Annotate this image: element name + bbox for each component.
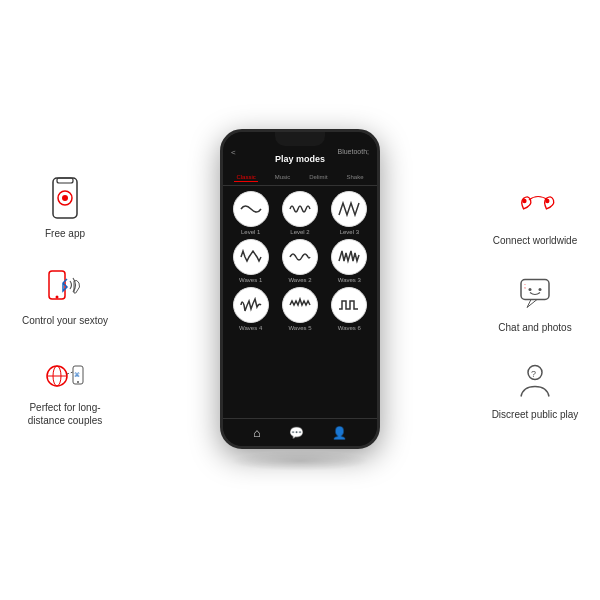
mode-level3-circle — [331, 191, 367, 227]
phone-wrapper: < Play modes Bluetooth; Classic Music De… — [220, 129, 380, 471]
feature-discreet-play: ? Discreet public play — [485, 354, 585, 421]
mode-waves2-label: Waves 2 — [288, 277, 311, 283]
back-button[interactable]: < — [231, 148, 236, 157]
mode-waves2-circle — [282, 239, 318, 275]
connect-worldwide-label: Connect worldwide — [493, 234, 578, 247]
svg-point-17 — [539, 288, 542, 291]
control-sextoy-icon — [40, 260, 90, 310]
svg-text:;: ; — [524, 282, 526, 289]
phone: < Play modes Bluetooth; Classic Music De… — [220, 129, 380, 449]
mode-waves6-label: Waves 6 — [338, 325, 361, 331]
svg-point-13 — [522, 199, 526, 203]
mode-level1-label: Level 1 — [241, 229, 260, 235]
mode-waves6[interactable]: Waves 6 — [327, 287, 372, 331]
mode-waves4-circle — [233, 287, 269, 323]
discreet-play-label: Discreet public play — [492, 408, 579, 421]
tab-classic[interactable]: Classic — [234, 173, 257, 182]
screen-title: Play modes — [275, 154, 325, 164]
mode-waves4[interactable]: Waves 4 — [228, 287, 273, 331]
mode-waves1-label: Waves 1 — [239, 277, 262, 283]
main-container: Free app Control your sextoy — [0, 0, 600, 600]
phone-reflection — [230, 451, 370, 471]
feature-control-sextoy: Control your sextoy — [15, 260, 115, 327]
free-app-label: Free app — [45, 227, 85, 240]
tab-delimit[interactable]: Delimit — [307, 173, 329, 182]
mode-level3[interactable]: Level 3 — [327, 191, 372, 235]
screen-tabs: Classic Music Delimit Shake — [223, 170, 377, 186]
mode-waves1[interactable]: Waves 1 — [228, 239, 273, 283]
right-features: Connect worldwide ; Chat and photos — [485, 180, 585, 421]
chat-photos-icon: ; — [510, 267, 560, 317]
svg-point-11 — [77, 381, 79, 383]
mode-waves3-circle — [331, 239, 367, 275]
chat-icon[interactable]: 💬 — [289, 426, 304, 440]
mode-level2[interactable]: Level 2 — [277, 191, 322, 235]
svg-line-9 — [67, 372, 73, 374]
mode-waves2[interactable]: Waves 2 — [277, 239, 322, 283]
bluetooth-icon: Bluetooth; — [337, 148, 369, 155]
svg-point-5 — [56, 296, 59, 299]
mode-waves5-circle — [282, 287, 318, 323]
chat-photos-label: Chat and photos — [498, 321, 571, 334]
mode-waves3-label: Waves 3 — [338, 277, 361, 283]
tab-music[interactable]: Music — [273, 173, 293, 182]
feature-chat-photos: ; Chat and photos — [485, 267, 585, 334]
mode-waves4-label: Waves 4 — [239, 325, 262, 331]
feature-long-distance: ⌘ Perfect for long-distance couples — [15, 347, 115, 427]
free-app-icon — [40, 173, 90, 223]
feature-free-app: Free app — [15, 173, 115, 240]
svg-point-16 — [529, 288, 532, 291]
control-sextoy-label: Control your sextoy — [22, 314, 108, 327]
mode-level1-circle — [233, 191, 269, 227]
mode-level1[interactable]: Level 1 — [228, 191, 273, 235]
home-icon[interactable]: ⌂ — [253, 426, 260, 440]
mode-level3-label: Level 3 — [340, 229, 359, 235]
connect-worldwide-icon — [510, 180, 560, 230]
mode-waves5-label: Waves 5 — [288, 325, 311, 331]
mode-waves1-circle — [233, 239, 269, 275]
mode-waves6-circle — [331, 287, 367, 323]
svg-text:?: ? — [531, 369, 536, 379]
discreet-play-icon: ? — [510, 354, 560, 404]
long-distance-icon: ⌘ — [40, 347, 90, 397]
long-distance-label: Perfect for long-distance couples — [15, 401, 115, 427]
phone-screen: < Play modes Bluetooth; Classic Music De… — [223, 132, 377, 446]
mode-waves5[interactable]: Waves 5 — [277, 287, 322, 331]
feature-connect-worldwide: Connect worldwide — [485, 180, 585, 247]
left-features: Free app Control your sextoy — [15, 173, 115, 427]
mode-waves3[interactable]: Waves 3 — [327, 239, 372, 283]
mode-level2-label: Level 2 — [290, 229, 309, 235]
mode-level2-circle — [282, 191, 318, 227]
svg-point-3 — [62, 195, 68, 201]
svg-text:⌘: ⌘ — [74, 372, 80, 378]
screen-bottom: ⌂ 💬 👤 — [223, 418, 377, 446]
tab-shake[interactable]: Shake — [345, 173, 366, 182]
screen-header: < Play modes Bluetooth; — [223, 132, 377, 170]
profile-icon[interactable]: 👤 — [332, 426, 347, 440]
screen-grid: Level 1 Level 2 — [223, 186, 377, 336]
